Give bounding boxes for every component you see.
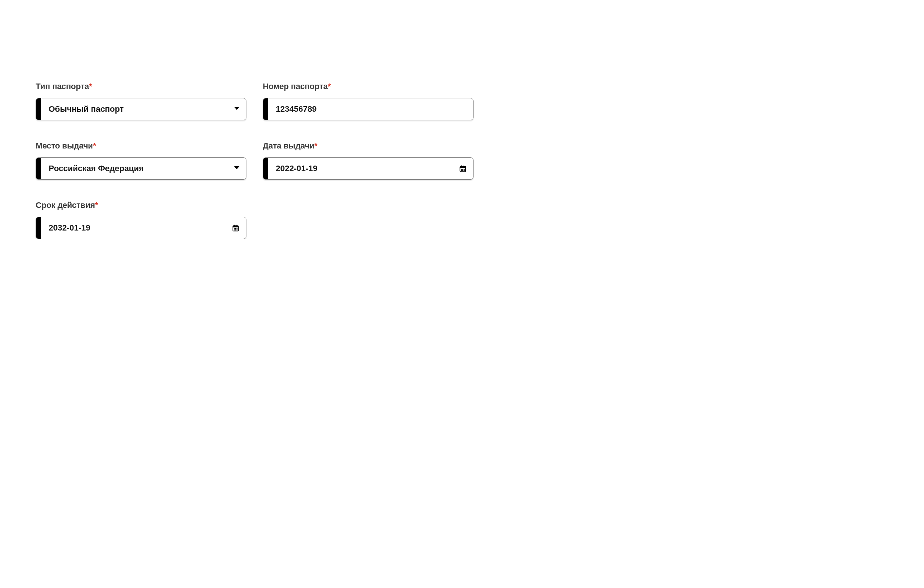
chevron-down-icon — [234, 107, 239, 110]
svg-rect-13 — [237, 225, 238, 226]
required-mark: * — [314, 141, 317, 150]
issue-place-value: Российская Федерация — [49, 164, 231, 173]
svg-rect-12 — [234, 225, 235, 226]
passport-number-label: Номер паспорта* — [263, 82, 474, 91]
passport-number-value: 123456789 — [276, 104, 467, 114]
chevron-down-icon — [234, 166, 239, 169]
svg-rect-11 — [233, 226, 239, 227]
svg-rect-3 — [464, 165, 465, 167]
required-mark: * — [95, 200, 98, 210]
passport-type-field: Тип паспорта* Обычный паспорт — [36, 82, 246, 120]
control-accent-bar — [36, 98, 41, 120]
svg-rect-16 — [237, 228, 238, 230]
calendar-icon — [232, 224, 239, 232]
svg-rect-14 — [234, 228, 235, 230]
issue-date-field: Дата выдачи* 2022-01-19 — [263, 141, 474, 180]
svg-rect-6 — [464, 169, 465, 170]
svg-rect-17 — [234, 230, 235, 231]
svg-rect-7 — [461, 170, 462, 171]
issue-place-field: Место выдачи* Российская Федерация — [36, 141, 246, 180]
svg-rect-18 — [235, 230, 236, 231]
expiry-date-input[interactable]: 2032-01-19 — [36, 217, 246, 239]
control-accent-bar — [263, 158, 268, 179]
svg-rect-8 — [462, 170, 464, 171]
required-mark: * — [89, 82, 92, 91]
issue-date-input[interactable]: 2022-01-19 — [263, 157, 474, 180]
passport-number-input[interactable]: 123456789 — [263, 98, 474, 120]
expiry-date-field: Срок действия* 2032-01-19 — [36, 200, 246, 239]
svg-rect-19 — [237, 230, 238, 231]
passport-type-value: Обычный паспорт — [49, 104, 231, 114]
calendar-icon — [459, 165, 467, 172]
issue-place-label: Место выдачи* — [36, 141, 246, 151]
control-accent-bar — [36, 217, 41, 239]
passport-number-field: Номер паспорта* 123456789 — [263, 82, 474, 120]
issue-place-select[interactable]: Российская Федерация — [36, 157, 246, 180]
svg-rect-9 — [464, 170, 465, 171]
svg-rect-4 — [461, 169, 462, 170]
required-mark: * — [93, 141, 96, 150]
passport-type-select[interactable]: Обычный паспорт — [36, 98, 246, 120]
passport-form: Тип паспорта* Обычный паспорт Номер пасп… — [36, 82, 474, 239]
svg-rect-2 — [461, 165, 462, 167]
issue-date-label: Дата выдачи* — [263, 141, 474, 151]
svg-rect-1 — [460, 166, 466, 168]
svg-rect-5 — [462, 169, 464, 170]
control-accent-bar — [36, 158, 41, 179]
expiry-date-value: 2032-01-19 — [49, 223, 229, 233]
passport-type-label: Тип паспорта* — [36, 82, 246, 91]
required-mark: * — [328, 82, 331, 91]
issue-date-value: 2022-01-19 — [276, 164, 456, 173]
control-accent-bar — [263, 98, 268, 120]
svg-rect-15 — [235, 228, 236, 230]
expiry-date-label: Срок действия* — [36, 200, 246, 210]
